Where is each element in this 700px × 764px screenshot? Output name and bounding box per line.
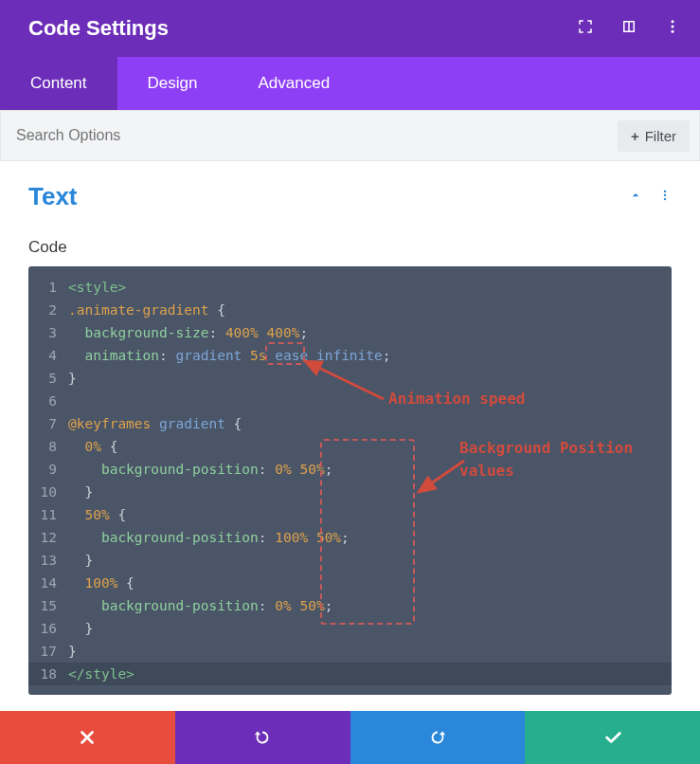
line-number: 10 [28,481,68,503]
collapse-icon[interactable] [628,188,643,207]
header-actions [577,18,681,40]
expand-icon[interactable] [577,18,594,40]
line-number: 1 [28,276,68,299]
section-header: Text [28,182,672,217]
modal-title: Code Settings [28,16,169,41]
line-number: 6 [28,390,68,412]
line-number: 2 [28,299,68,321]
tab-bar: Content Design Advanced [0,57,700,110]
redo-icon [427,727,448,748]
svg-point-4 [664,193,666,195]
filter-label: Filter [645,128,676,144]
line-number: 9 [28,458,68,481]
code-line[interactable]: 2.animate-gradient { [28,299,672,321]
field-label-code: Code [28,238,672,257]
svg-point-0 [672,20,674,23]
cancel-button[interactable] [0,711,175,764]
svg-point-3 [664,190,666,191]
line-number: 11 [28,503,68,526]
undo-button[interactable] [175,711,350,764]
annotation-background-position: Background Position values [459,437,672,482]
code-line[interactable]: 6 [28,390,672,412]
code-line[interactable]: 4 animation: gradient 5s ease infinite; [28,344,672,367]
code-line[interactable]: 10 } [28,481,672,503]
check-icon [602,727,623,748]
code-line[interactable]: 1<style> [28,276,672,299]
line-number: 4 [28,344,68,367]
line-number: 13 [28,549,68,572]
section-kebab-icon[interactable] [658,189,672,206]
line-number: 5 [28,367,68,390]
search-row: + Filter [0,110,700,161]
close-icon [77,727,98,748]
annotation-animation-speed: Animation speed [388,388,526,410]
code-line[interactable]: 15 background-position: 0% 50%; [28,594,672,617]
code-line[interactable]: 14 100% { [28,572,672,594]
code-line[interactable]: 7@keyframes gradient { [28,412,672,435]
code-line[interactable]: 16 } [28,617,672,640]
code-line[interactable]: 5} [28,367,672,390]
line-number: 12 [28,526,68,549]
svg-point-5 [664,197,666,199]
code-line[interactable]: 18</style> [28,663,672,685]
section-title: Text [28,182,78,211]
code-line[interactable]: 12 background-position: 100% 50%; [28,526,672,549]
kebab-icon[interactable] [664,18,681,40]
modal-header: Code Settings [0,0,700,57]
code-line[interactable]: 13 } [28,549,672,572]
line-number: 7 [28,412,68,435]
redo-button[interactable] [350,711,526,764]
code-line[interactable]: 3 background-size: 400% 400%; [28,321,672,344]
search-input[interactable] [16,127,618,144]
code-line[interactable]: 11 50% { [28,503,672,526]
line-number: 17 [28,640,68,663]
save-button[interactable] [525,711,700,764]
tab-design[interactable]: Design [117,57,228,110]
action-bar [0,711,700,764]
code-editor[interactable]: 1<style>2.animate-gradient {3 background… [28,266,672,695]
tab-content[interactable]: Content [0,57,117,110]
code-line[interactable]: 17} [28,640,672,663]
line-number: 16 [28,617,68,640]
plus-icon: + [631,128,639,144]
undo-icon [252,727,273,748]
line-number: 18 [28,663,68,685]
content-area: Text Code 1<style>2.animate-gradient {3 … [0,161,700,695]
svg-point-1 [672,25,674,27]
tab-advanced[interactable]: Advanced [227,57,360,110]
line-number: 8 [28,435,68,458]
columns-icon[interactable] [620,18,637,40]
line-number: 14 [28,572,68,594]
line-number: 3 [28,321,68,344]
filter-button[interactable]: + Filter [618,120,690,152]
svg-point-2 [672,29,674,32]
line-number: 15 [28,594,68,617]
